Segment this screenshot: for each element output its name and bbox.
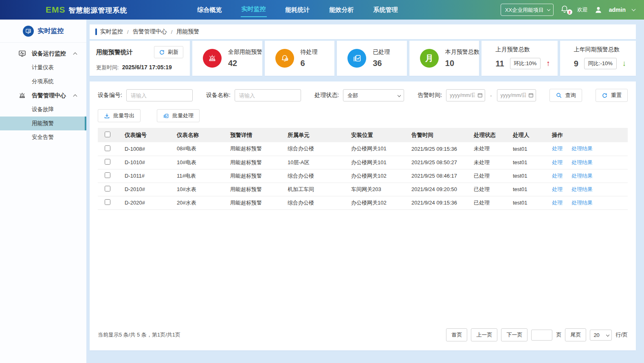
device-name-input[interactable] (235, 89, 301, 101)
cell-warning-detail: 用能超标预警 (223, 169, 280, 183)
cell-unit: 综合办公楼 (280, 142, 344, 156)
user-menu-chevron-icon[interactable] (632, 7, 636, 11)
cell-location: 办公楼网关101 (344, 156, 404, 169)
realtime-monitor-icon (23, 26, 34, 37)
status-select[interactable]: 全部 (343, 89, 404, 101)
sidebar: 实时监控 设备运行监控 计量仪表 分项系统 (0, 20, 86, 363)
search-button[interactable]: 查询 (549, 89, 582, 102)
stat-label: 本月预警总数 (445, 48, 479, 56)
sidebar-item-device-fault[interactable]: 设备故障 (0, 103, 86, 117)
notification-count-badge: 2 (567, 9, 572, 15)
device-monitor-icon (18, 50, 26, 57)
alarm-siren-icon (18, 92, 26, 99)
process-link[interactable]: 处理 (552, 200, 563, 206)
nav-system-management[interactable]: 系统管理 (373, 4, 399, 16)
stat-label: 待处理 (301, 48, 318, 56)
project-select[interactable]: XX企业用能项目 (501, 4, 554, 16)
cell-location: 办公楼网关101 (344, 142, 404, 156)
end-date-input[interactable] (497, 89, 536, 101)
sidebar-item-energy-warning[interactable]: 用能预警 (0, 117, 86, 130)
page-number-input[interactable] (531, 330, 552, 341)
sidebar-title: 实时监控 (38, 27, 64, 35)
device-name-label: 设备名称: (206, 92, 231, 99)
sidebar-item-label: 用能预警 (32, 120, 54, 127)
cell-status: 未处理 (466, 142, 506, 156)
process-result-link[interactable]: 处理结果 (571, 159, 593, 165)
batch-process-button[interactable]: 批量处理 (157, 109, 200, 122)
prev-page-button[interactable]: 上一页 (471, 328, 497, 341)
row-checkbox[interactable] (105, 172, 110, 178)
refresh-button[interactable]: 刷新 (154, 46, 183, 58)
col-meter-code: 仪表编号 (117, 128, 169, 142)
cell-location: 办公楼网关102 (344, 169, 404, 183)
refresh-label: 刷新 (168, 48, 178, 56)
sidebar-group-device-monitoring[interactable]: 设备运行监控 (0, 46, 86, 61)
cell-unit: 综合办公楼 (280, 196, 344, 209)
cell-unit: 机加工车间 (280, 183, 344, 196)
process-link[interactable]: 处理 (552, 186, 563, 192)
row-checkbox[interactable] (105, 186, 110, 191)
top-navigation: 综合概览 实时监控 能耗统计 能效分析 系统管理 (197, 3, 399, 17)
page-size-select[interactable]: 20 (590, 330, 612, 341)
last-page-button[interactable]: 尾页 (565, 328, 586, 341)
data-panel: 设备编号: 设备名称: 处理状态: 全部 (90, 81, 636, 350)
stat-value: 11 (495, 59, 504, 68)
nav-overview[interactable]: 综合概览 (197, 4, 223, 16)
sidebar-item-safety-alarm[interactable]: 安全告警 (0, 130, 86, 144)
process-link[interactable]: 处理 (552, 145, 563, 152)
nav-energy-stats[interactable]: 能耗统计 (285, 4, 311, 16)
alarm-table: 仪表编号 仪表名称 预警详情 所属单元 安装位置 告警时间 处理状态 处理人 操… (98, 128, 628, 210)
cell-status: 未处理 (466, 156, 506, 169)
sidebar-item-metering-meters[interactable]: 计量仪表 (0, 61, 86, 75)
sidebar-group-alarm-center[interactable]: 告警管理中心 (0, 88, 86, 103)
table-row: D-2020# 20#水表 用能超标预警 综合办公楼 办公楼网关102 2021… (98, 196, 628, 209)
breadcrumb-separator: / (127, 29, 129, 35)
device-code-input[interactable] (126, 89, 193, 101)
start-date-input[interactable] (446, 89, 485, 101)
breadcrumb-segment[interactable]: 告警管理中心 (133, 28, 167, 35)
cell-alarm-time: 2021/9/24 09:20:50 (404, 183, 466, 196)
cell-handler: test01 (506, 183, 545, 196)
cell-meter-name: 08#电表 (169, 142, 223, 156)
cell-handler: test01 (506, 169, 545, 183)
sidebar-item-label: 安全告警 (32, 134, 54, 141)
sidebar-item-subitem-systems[interactable]: 分项系统 (0, 75, 86, 88)
cell-handler: test01 (506, 196, 545, 209)
sidebar-header: 实时监控 (0, 20, 86, 43)
process-result-link[interactable]: 处理结果 (571, 173, 593, 179)
next-page-button[interactable]: 下一页 (501, 328, 528, 341)
reset-label: 重置 (611, 92, 622, 99)
process-result-link[interactable]: 处理结果 (571, 200, 593, 206)
process-result-link[interactable]: 处理结果 (571, 145, 593, 152)
row-checkbox[interactable] (105, 159, 110, 165)
row-checkbox[interactable] (105, 199, 110, 205)
col-actions: 操作 (545, 128, 628, 142)
cell-handler: test01 (506, 156, 545, 169)
cell-status: 已处理 (466, 169, 506, 183)
stat-card-pending: 待处理 6 (265, 41, 335, 76)
row-checkbox[interactable] (105, 145, 110, 151)
select-all-checkbox[interactable] (105, 132, 110, 137)
stat-label: 上月预警总数 (495, 46, 557, 53)
cell-meter-code: D-2020# (117, 196, 169, 209)
cell-alarm-time: 2021/9/24 09:15:36 (404, 196, 466, 209)
col-status: 处理状态 (466, 128, 506, 142)
breadcrumb-segment[interactable]: 用能预警 (176, 28, 199, 35)
process-link[interactable]: 处理 (552, 159, 563, 165)
process-link[interactable]: 处理 (552, 173, 563, 179)
app-title: 智慧能源管理系统 (69, 6, 127, 15)
cell-alarm-time: 2021/9/25 08:50:27 (404, 156, 466, 169)
process-result-link[interactable]: 处理结果 (571, 186, 593, 192)
stat-card-last-month: 上月预警总数 11 环比:10% ↑ (481, 41, 557, 76)
filter-row: 设备编号: 设备名称: 处理状态: 全部 (98, 89, 628, 102)
chevron-up-icon (73, 95, 77, 99)
reset-button[interactable]: 重置 (596, 89, 628, 102)
cell-location: 车间网关203 (344, 183, 404, 196)
breadcrumb-segment[interactable]: 实时监控 (100, 28, 123, 35)
first-page-button[interactable]: 首页 (446, 328, 467, 341)
updated-timestamp: 2025/6/17 17:05:19 (122, 64, 172, 70)
nav-efficiency-analysis[interactable]: 能效分析 (329, 4, 355, 16)
notification-bell-icon[interactable]: 2 (560, 4, 571, 15)
nav-realtime-monitor[interactable]: 实时监控 (241, 3, 267, 17)
batch-export-button[interactable]: 批量导出 (98, 109, 141, 122)
